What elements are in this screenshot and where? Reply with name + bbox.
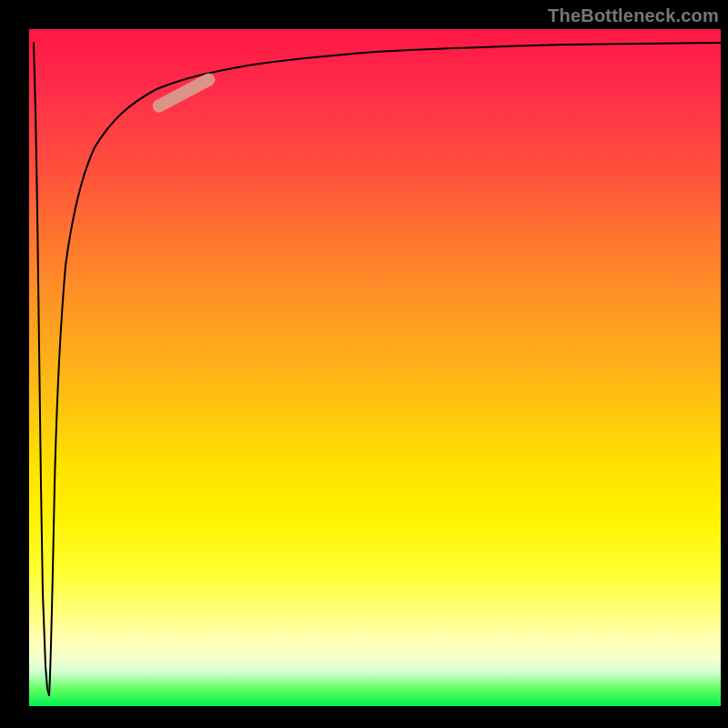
watermark-text: TheBottleneck.com — [548, 5, 719, 26]
curve-layer — [29, 29, 721, 706]
highlight-marker — [150, 71, 217, 115]
svg-rect-0 — [150, 71, 217, 115]
bottleneck-curve-ascent — [49, 43, 721, 695]
plot-area — [29, 29, 721, 706]
chart-container: TheBottleneck.com — [0, 0, 728, 728]
bottleneck-curve-descent — [34, 43, 49, 695]
